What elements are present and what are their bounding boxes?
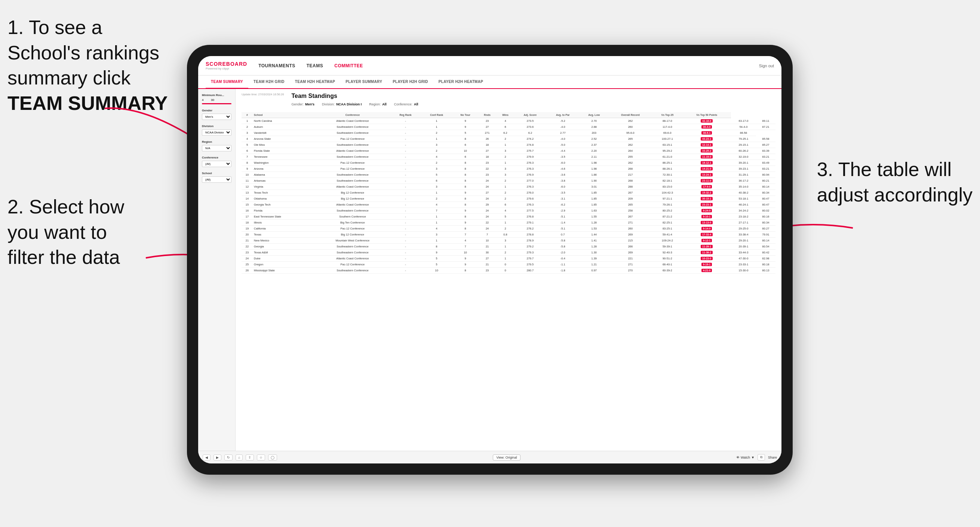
cell-20-7: 3 bbox=[496, 238, 514, 244]
share-text-btn[interactable]: Share bbox=[768, 456, 777, 459]
cell-9-3: - bbox=[390, 172, 420, 178]
cell-18-4: 4 bbox=[421, 226, 453, 232]
instruction-2: 2. Select howyou want tofilter the data bbox=[8, 194, 124, 270]
cell-25-14: 15-30-0 bbox=[731, 268, 756, 274]
cell-12-15: 80.34 bbox=[756, 190, 775, 196]
cell-16-12: 87-21-2 bbox=[652, 214, 682, 220]
cell-24-6: 21 bbox=[478, 262, 496, 268]
cell-16-15: 80.16 bbox=[756, 214, 775, 220]
cell-21-15: 80.54 bbox=[756, 244, 775, 250]
tab-player-h2h-grid[interactable]: PLAYER H2H GRID bbox=[387, 76, 433, 89]
cell-11-4: 3 bbox=[421, 184, 453, 190]
tab-team-h2h-grid[interactable]: TEAM H2H GRID bbox=[248, 76, 290, 89]
region-select[interactable]: N/A bbox=[202, 145, 231, 151]
cell-5-5: 10 bbox=[453, 148, 478, 154]
score-badge: 9-14-0 bbox=[702, 227, 712, 230]
cell-1-3: - bbox=[390, 124, 420, 130]
clock-btn[interactable]: ◯ bbox=[268, 454, 277, 460]
cell-7-7: 1 bbox=[496, 160, 514, 166]
cell-8-9: -4.6 bbox=[546, 166, 579, 172]
school-select[interactable]: (All) bbox=[202, 176, 231, 183]
bookmark-btn[interactable]: ☆ bbox=[257, 454, 265, 460]
sign-out-link[interactable]: Sign out bbox=[759, 63, 774, 68]
col-rank: # bbox=[242, 112, 253, 118]
cell-19-0: 20 bbox=[242, 232, 253, 238]
cell-8-7: 3 bbox=[496, 166, 514, 172]
cell-25-5: 8 bbox=[453, 268, 478, 274]
cell-2-2: Southeastern Conference bbox=[315, 130, 390, 136]
cell-5-1: Florida State bbox=[253, 148, 315, 154]
forward-btn[interactable]: ▶ bbox=[213, 454, 221, 460]
cell-0-12: 88-17-0 bbox=[652, 118, 682, 124]
cell-18-8: 278.2 bbox=[514, 226, 546, 232]
gender-select[interactable]: Men's bbox=[202, 114, 231, 120]
cell-13-11: 209 bbox=[608, 196, 652, 202]
back-btn[interactable]: ◀ bbox=[203, 454, 210, 460]
eye-icon: 👁 bbox=[736, 456, 740, 459]
tab-team-h2h-heatmap[interactable]: TEAM H2H HEATMAP bbox=[290, 76, 340, 89]
cell-8-0: 9 bbox=[242, 166, 253, 172]
score-badge: 43-23-1 bbox=[701, 137, 713, 141]
tablet-frame: SCOREBOARD Powered by clippi TOURNAMENTS… bbox=[187, 45, 793, 475]
cell-12-9: -3.5 bbox=[546, 190, 579, 196]
cell-5-3: - bbox=[390, 148, 420, 154]
region-label: Region bbox=[202, 140, 231, 143]
score-badge: 15-32-2 bbox=[701, 191, 713, 194]
cell-25-3: - bbox=[390, 268, 420, 274]
cell-7-1: Washington bbox=[253, 160, 315, 166]
cell-5-7: 3 bbox=[496, 148, 514, 154]
cell-1-0: 2 bbox=[242, 124, 253, 130]
home-btn[interactable]: ⌂ bbox=[235, 454, 243, 460]
cell-22-0: 23 bbox=[242, 250, 253, 256]
score-badge: 13-24-1 bbox=[701, 173, 713, 176]
cell-20-10: 1.41 bbox=[579, 238, 608, 244]
cell-16-2: Southern Conference bbox=[315, 214, 390, 220]
watch-btn[interactable]: 👁 Watch ▼ bbox=[736, 456, 754, 459]
expand-btn[interactable]: ⧉ bbox=[757, 454, 765, 460]
division-select[interactable]: NCAA Division I bbox=[202, 129, 231, 136]
range-slider[interactable] bbox=[202, 103, 231, 104]
cell-24-0: 25 bbox=[242, 262, 253, 268]
table-row: 1North CarolinaAtlantic Coast Conference… bbox=[242, 118, 775, 124]
tab-player-h2h-heatmap[interactable]: PLAYER H2H HEATMAP bbox=[433, 76, 488, 89]
cell-15-9: -2.9 bbox=[546, 208, 579, 214]
nav-committee[interactable]: COMMITTEE bbox=[334, 63, 363, 68]
tab-player-summary[interactable]: PLAYER SUMMARY bbox=[340, 76, 387, 89]
cell-19-7: 0.8 bbox=[496, 232, 514, 238]
cell-23-13: 10-23-0 bbox=[682, 256, 731, 262]
nav-teams[interactable]: TEAMS bbox=[307, 63, 323, 68]
cell-4-2: Southeastern Conference bbox=[315, 142, 390, 148]
cell-6-14: 32-19-0 bbox=[731, 154, 756, 160]
table-row: 2AuburnSoutheastern Conference-19276273.… bbox=[242, 124, 775, 130]
cell-20-8: 278.9 bbox=[514, 238, 546, 244]
cell-25-7: 0 bbox=[496, 268, 514, 274]
cell-1-13: 30-4-0 bbox=[682, 124, 731, 130]
reload-btn[interactable]: ↻ bbox=[224, 454, 232, 460]
nav-tournaments[interactable]: TOURNAMENTS bbox=[258, 63, 295, 68]
cell-10-0: 11 bbox=[242, 178, 253, 184]
cell-19-11: 269 bbox=[608, 232, 652, 238]
conference-select[interactable]: (All) bbox=[202, 161, 231, 167]
tab-team-summary[interactable]: TEAM SUMMARY bbox=[206, 76, 248, 89]
min-val: 4 bbox=[202, 98, 209, 102]
cell-22-12: 92-40-3 bbox=[652, 250, 682, 256]
cell-12-12: 104-42-3 bbox=[652, 190, 682, 196]
cell-13-0: 14 bbox=[242, 196, 253, 202]
score-badge: 11-28-1 bbox=[701, 245, 713, 248]
cell-18-14: 29-25-0 bbox=[731, 226, 756, 232]
table-row: 8WashingtonPac-12 Conference-28231276.3-… bbox=[242, 160, 775, 166]
view-original-btn[interactable]: View: Original bbox=[493, 454, 520, 460]
cell-24-11: 271 bbox=[608, 262, 652, 268]
conference-chip: Conference: All bbox=[394, 102, 418, 106]
cell-15-3: - bbox=[390, 208, 420, 214]
cell-17-1: Illinois bbox=[253, 220, 315, 226]
cell-14-12: 79-26-1 bbox=[652, 202, 682, 208]
cell-17-14: 27-17-1 bbox=[731, 220, 756, 226]
cell-13-6: 24 bbox=[478, 196, 496, 202]
cell-1-5: 9 bbox=[453, 124, 478, 130]
cell-5-6: 27 bbox=[478, 148, 496, 154]
cell-11-12: 83-15-0 bbox=[652, 184, 682, 190]
cell-0-9: -5.2 bbox=[546, 118, 579, 124]
cell-24-13: 9-19-1 bbox=[682, 262, 731, 268]
share-btn-2[interactable]: ⇧ bbox=[246, 454, 254, 460]
